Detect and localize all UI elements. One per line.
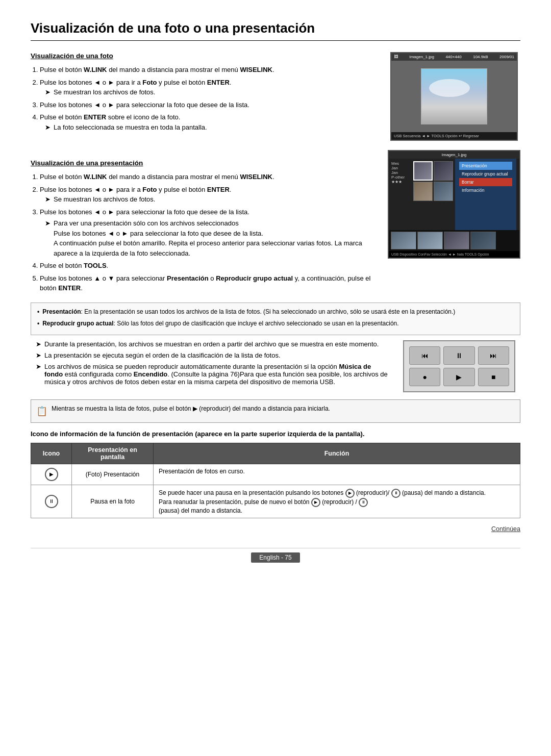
photo-image: [421, 68, 487, 124]
bottom-thumb-1: [391, 232, 416, 249]
photo-display-area: [391, 61, 517, 132]
pres-menu-presentation[interactable]: Presentación: [459, 162, 512, 170]
bottom-thumb-2: [417, 232, 443, 249]
pres-label-pother: P-other: [391, 175, 412, 180]
pres-label-stars: ★★★: [391, 180, 412, 184]
bottom-thumb-3: [444, 232, 469, 249]
step1-3: Pulse los botones ◄ o ► para seleccionar…: [40, 100, 378, 110]
continues-link[interactable]: Continúea: [31, 525, 520, 533]
arrow-note-3: ➤ Los archivos de música se pueden repro…: [31, 363, 388, 386]
info-box-item2: • Reproducir grupo actual: Sólo las foto…: [37, 319, 514, 328]
pres-label-jan1: Jan: [391, 166, 412, 170]
pres-bottom-thumbs: [389, 230, 519, 251]
remote-control-buttons: ⏮ ⏸ ⏭ ● ▶ ■: [403, 340, 515, 392]
footer-lang: English - 75: [251, 552, 299, 563]
photo-date: 2009/01: [499, 55, 514, 59]
pres-thumb-2: [434, 161, 453, 181]
remote-record-btn[interactable]: ●: [409, 368, 440, 386]
pres-filename: Imagen_1.jpg: [442, 153, 466, 157]
footer-bar: English - 75: [31, 548, 520, 563]
row2-presentation: Pausa en la foto: [72, 485, 154, 518]
note-text: Mientras se muestra la lista de fotos, p…: [52, 404, 330, 413]
pres-thumb-3: [413, 182, 433, 201]
step2-3: Pulse los botones ◄ o ► para seleccionar…: [40, 207, 378, 259]
col-function: Función: [154, 443, 520, 464]
remote-stop-btn[interactable]: ■: [478, 368, 509, 386]
remote-panel: ⏮ ⏸ ⏭ ● ▶ ■: [398, 340, 520, 392]
step2-4: Pulse el botón TOOLS.: [40, 261, 378, 271]
row2-function: Se puede hacer una pausa en la presentac…: [154, 485, 520, 518]
pres-main-area: Mes Jan Jan P-other ★★★: [389, 159, 519, 230]
pres-menu-info[interactable]: Información: [459, 186, 512, 194]
photo-bar-text: USB Secuencia ◄ ► TOOLS Opción ↩ Regresa…: [394, 134, 479, 138]
row1-function: Presentación de fotos en curso.: [154, 464, 520, 485]
col-icono: Icono: [31, 443, 72, 464]
section2-screen: Imagen_1.jpg Mes Jan Jan P-other ★★★: [388, 150, 520, 297]
pres-screen-mockup: Imagen_1.jpg Mes Jan Jan P-other ★★★: [388, 150, 520, 259]
step2-1: Pulse el botón W.LINK del mando a distan…: [40, 172, 378, 182]
info-box: • Presentación: En la presentación se us…: [31, 303, 520, 335]
remote-forward-btn[interactable]: ⏭: [478, 346, 509, 365]
photo-filename: Imagen_1.jpg: [409, 55, 434, 59]
photo-screen-topbar: 🖼 Imagen_1.jpg 440×440 104.9kB 2009/01: [391, 53, 517, 61]
note-icon: 📋: [36, 405, 47, 418]
pres-top-bar: Imagen_1.jpg: [389, 151, 519, 159]
section1-screen: 🖼 Imagen_1.jpg 440×440 104.9kB 2009/01 U…: [388, 52, 520, 141]
section1-steps: Pulse el botón W.LINK del mando a distan…: [31, 65, 378, 132]
pause-icon-circle: ⏸: [45, 495, 58, 508]
pres-menu-panel: Presentación Reproducir grupo actual Bor…: [455, 159, 516, 230]
step2-2: Pulse los botones ◄ o ► para ir a Foto y…: [40, 185, 378, 205]
info-box-item1: • Presentación: En la presentación se us…: [37, 307, 514, 316]
table-title: Icono de información de la función de pr…: [31, 430, 520, 438]
note-box: 📋 Mientras se muestra la lista de fotos,…: [31, 399, 520, 423]
section1-title: Visualización de una foto: [31, 52, 378, 60]
table-row-1: ▶ (Foto) Presentación Presentación de fo…: [31, 464, 520, 485]
step1-2: Pulse los botones ◄ o ► para ir a Foto y…: [40, 78, 378, 97]
section2-steps: Pulse el botón W.LINK del mando a distan…: [31, 172, 378, 293]
step2-5: Pulse los botones ▲ o ▼ para seleccionar…: [40, 273, 378, 293]
remote-rewind-btn[interactable]: ⏮: [409, 346, 440, 365]
photo-screen-bottombar: USB Secuencia ◄ ► TOOLS Opción ↩ Regresa…: [391, 132, 517, 140]
arrow-note-2: ➤ La presentación se ejecuta según el or…: [31, 351, 388, 359]
photo-icon: 🖼: [394, 55, 398, 59]
photo-size: 104.9kB: [473, 55, 488, 59]
pres-label-mes: Mes: [391, 161, 412, 166]
arrows-section: ➤ Durante la presentación, los archivos …: [31, 340, 388, 389]
pres-menu-delete[interactable]: Borrar: [459, 178, 512, 186]
arrow-note-1: ➤ Durante la presentación, los archivos …: [31, 340, 388, 348]
pres-thumb-1: [413, 161, 433, 181]
row2-icon: ⏸: [31, 485, 72, 518]
row1-presentation: (Foto) Presentación: [72, 464, 154, 485]
photo-resolution: 440×440: [445, 55, 461, 59]
row1-icon: ▶: [31, 464, 72, 485]
pres-menu-group[interactable]: Reproducir grupo actual: [459, 170, 512, 178]
step1-1: Pulse el botón W.LINK del mando a distan…: [40, 65, 378, 75]
section1-content: Visualización de una foto Pulse el botón…: [31, 52, 378, 141]
table-header-row: Icono Presentación en pantalla Función: [31, 443, 520, 464]
col-presentation: Presentación en pantalla: [72, 443, 154, 464]
table-row-2: ⏸ Pausa en la foto Se puede hacer una pa…: [31, 485, 520, 518]
page-title: Visualización de una foto o una presenta…: [31, 20, 520, 41]
pres-nav-bar: USB Dispositivo ConFav Selección ◄ ► hal…: [389, 251, 519, 258]
section2-title: Visualización de una presentación: [31, 159, 378, 167]
remote-pause-btn[interactable]: ⏸: [443, 346, 474, 365]
section2-content: Visualización de una presentación Pulse …: [31, 150, 378, 297]
play-icon-circle: ▶: [45, 468, 58, 481]
photo-screen-mockup: 🖼 Imagen_1.jpg 440×440 104.9kB 2009/01 U…: [390, 52, 518, 141]
pres-label-jan2: Jan: [391, 170, 412, 175]
bottom-thumb-4: [470, 232, 496, 249]
info-table: Icono Presentación en pantalla Función ▶…: [31, 443, 520, 518]
remote-play-btn[interactable]: ▶: [443, 368, 474, 386]
pres-thumb-4: [434, 182, 453, 201]
pres-bottom-text: USB Dispositivo ConFav Selección ◄ ► hal…: [391, 253, 489, 256]
step1-4: Pulse el botón ENTER sobre el icono de l…: [40, 112, 378, 132]
